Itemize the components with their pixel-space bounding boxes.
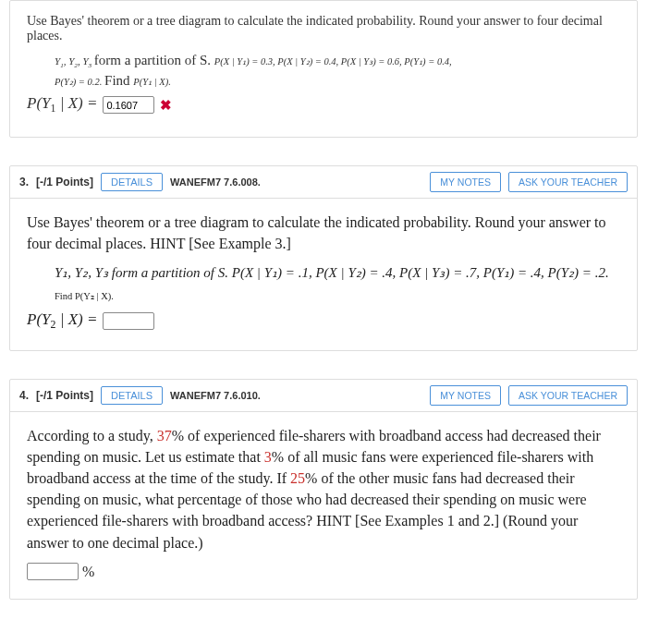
q2-intro: Use Bayes' theorem or a tree diagram to … [27, 14, 620, 43]
q3-given: Y₁, Y₂, Y₃ form a partition of S. P(X | … [55, 263, 620, 284]
q3-answer-row: P(Y2 | X) = [27, 309, 620, 334]
q3-find: Find P(Y₂ | X). [55, 289, 620, 303]
q2-answer-row: P(Y1 | X) = ✖ [27, 94, 620, 115]
q3-points: [-/1 Points] [36, 176, 93, 188]
q3-number: 3. [19, 176, 29, 188]
q4-answer-input[interactable] [27, 563, 79, 580]
details-button[interactable]: DETAILS [101, 173, 163, 191]
q3-intro: Use Bayes' theorem or a tree diagram to … [27, 212, 620, 254]
question-3-card: 3. [-/1 Points] DETAILS WANEFM7 7.6.008.… [9, 165, 638, 351]
percent-label: % [82, 561, 94, 582]
q3-assignment: WANEFM7 7.6.008. [170, 176, 261, 188]
question-4-card: 4. [-/1 Points] DETAILS WANEFM7 7.6.010.… [9, 379, 638, 600]
ask-teacher-button[interactable]: ASK YOUR TEACHER [508, 385, 628, 406]
q3-answer-input[interactable] [103, 312, 154, 330]
my-notes-button[interactable]: MY NOTES [430, 172, 501, 192]
ask-teacher-button[interactable]: ASK YOUR TEACHER [508, 172, 628, 192]
q2-given-line1: Y1, Y2, Y3 form a partition of S. P(X | … [55, 53, 620, 69]
q4-body: According to a study, 37% of experienced… [10, 412, 637, 599]
q2-given-line2: P(Y₂) = 0.2. Find P(Y₁ | X). [55, 73, 620, 89]
incorrect-icon: ✖ [160, 97, 172, 114]
q3-body: Use Bayes' theorem or a tree diagram to … [10, 199, 637, 350]
q4-header: 4. [-/1 Points] DETAILS WANEFM7 7.6.010.… [10, 380, 637, 412]
q3-header: 3. [-/1 Points] DETAILS WANEFM7 7.6.008.… [10, 166, 637, 199]
my-notes-button[interactable]: MY NOTES [430, 385, 501, 406]
q4-number: 4. [19, 389, 29, 402]
q4-text: According to a study, 37% of experienced… [27, 428, 601, 551]
question-2-body: Use Bayes' theorem or a tree diagram to … [9, 0, 638, 138]
q4-answer-row: % [27, 561, 620, 582]
details-button[interactable]: DETAILS [101, 386, 163, 405]
q2-answer-input[interactable] [103, 96, 154, 114]
q4-points: [-/1 Points] [36, 389, 93, 402]
q4-assignment: WANEFM7 7.6.010. [170, 390, 261, 401]
